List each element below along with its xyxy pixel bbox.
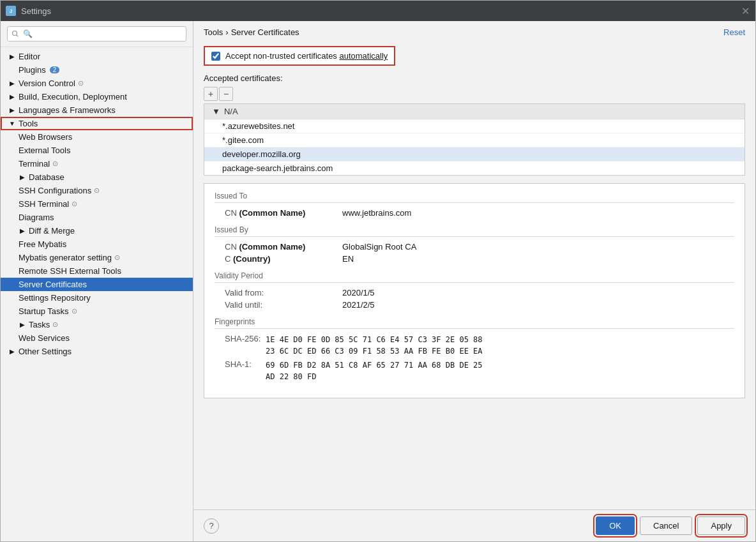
issuer-c-key: C (Country) (215, 254, 342, 264)
sidebar-item-server-certs[interactable]: Server Certificates (1, 278, 193, 291)
arrow-icon: ▼ (8, 120, 16, 128)
window-title: Settings (21, 6, 740, 16)
settings-window: J Settings ✕ ▶ Editor Plugins 2 (0, 0, 756, 542)
sidebar-item-tools[interactable]: ▼ Tools (1, 117, 193, 130)
arrow-icon: ▶ (19, 321, 26, 329)
svg-text:J: J (10, 8, 12, 14)
help-button[interactable]: ? (204, 518, 219, 534)
arrow-icon: ▶ (8, 348, 16, 356)
sidebar-item-free-mybatis[interactable]: Free Mybatis (1, 237, 193, 251)
sidebar-item-ssh-terminal[interactable]: SSH Terminal ⊙ (1, 197, 193, 211)
sha1-value: 69 6D FB D2 8A 51 C8 AF 65 27 71 AA 68 D… (266, 359, 483, 382)
validity-section: Validity Period Valid from: 2020/1/5 Val… (215, 271, 734, 311)
search-box (1, 21, 193, 47)
sync-icon: ⊙ (72, 307, 77, 315)
sidebar-item-label: Tasks (29, 320, 50, 329)
sidebar-item-version-control[interactable]: ▶ Version Control ⊙ (1, 77, 193, 90)
sidebar-item-label: Startup Tasks (19, 306, 69, 316)
auto-accept-label: Accept non-trusted certificates automati… (225, 51, 388, 61)
sidebar-item-label: Terminal (19, 159, 50, 169)
sidebar-item-web-services[interactable]: Web Services (1, 331, 193, 345)
sha256-row: SHA-256: 1E 4E D0 FE 0D 85 5C 71 C6 E4 5… (215, 333, 734, 358)
sidebar-item-diagrams[interactable]: Diagrams (1, 211, 193, 224)
sidebar-item-label: Diagrams (19, 213, 54, 222)
collapse-arrow-icon[interactable]: ▼ (212, 107, 220, 116)
sidebar-item-mybatis-gen[interactable]: Mybatis generator setting ⊙ (1, 251, 193, 264)
cert-item[interactable]: *.gitee.com (204, 133, 745, 147)
sidebar-item-diff-merge[interactable]: ▶ Diff & Merge (1, 224, 193, 237)
sidebar-item-label: SSH Terminal (19, 199, 69, 209)
accepted-certs-label: Accepted certificates: (204, 73, 745, 83)
sha1-key: SHA-1: (215, 359, 266, 369)
cert-item[interactable]: package-search.jetbrains.com (204, 162, 745, 175)
sidebar-item-web-browsers[interactable]: Web Browsers (1, 130, 193, 144)
cert-toolbar: + − (204, 87, 745, 101)
search-input[interactable] (7, 26, 186, 41)
breadcrumb-parent: Tools (204, 27, 223, 37)
sidebar-item-build[interactable]: ▶ Build, Execution, Deployment (1, 90, 193, 103)
sha1-line1: 69 6D FB D2 8A 51 C8 AF 65 27 71 AA 68 D… (266, 361, 483, 370)
breadcrumb-sep: › (225, 27, 228, 37)
ok-button[interactable]: OK (596, 516, 635, 535)
sidebar-item-label: Tools (19, 119, 38, 128)
sidebar-item-label: Editor (19, 52, 40, 61)
arrow-icon: ▶ (8, 93, 16, 101)
cert-item[interactable]: developer.mozilla.org (204, 147, 745, 162)
sidebar-item-startup-tasks[interactable]: Startup Tasks ⊙ (1, 305, 193, 318)
sidebar-item-label: Mybatis generator setting (19, 253, 112, 262)
help-area: ? (204, 516, 219, 535)
issued-by-section: Issued By CN (Common Name) GlobalSign Ro… (215, 225, 734, 265)
auto-accept-checkbox[interactable] (211, 52, 220, 61)
breadcrumb-bar: Tools › Server Certificates Reset (193, 21, 755, 41)
sync-icon: ⊙ (72, 200, 77, 208)
cn-value: www.jetbrains.com (342, 208, 411, 218)
cn-row: CN (Common Name) www.jetbrains.com (215, 207, 734, 219)
sidebar-item-label: Version Control (19, 79, 75, 88)
sidebar-item-settings-repo[interactable]: Settings Repository (1, 291, 193, 305)
cn-key: CN (Common Name) (215, 208, 342, 218)
valid-until-key: Valid until: (215, 300, 342, 310)
sync-icon: ⊙ (114, 253, 120, 262)
valid-until-row: Valid until: 2021/2/5 (215, 299, 734, 311)
issued-to-section: Issued To CN (Common Name) www.jetbrains… (215, 192, 734, 219)
issued-to-title: Issued To (215, 192, 734, 203)
sidebar-item-editor[interactable]: ▶ Editor (1, 50, 193, 63)
reset-link[interactable]: Reset (723, 27, 745, 37)
valid-from-key: Valid from: (215, 288, 342, 297)
remove-cert-button[interactable]: − (219, 87, 233, 101)
sidebar-item-label: External Tools (19, 146, 70, 155)
sidebar-item-ssh-config[interactable]: SSH Configurations ⊙ (1, 184, 193, 197)
breadcrumb-current: Server Certificates (231, 27, 299, 37)
apply-button[interactable]: Apply (697, 516, 745, 535)
action-buttons: OK Cancel Apply (596, 516, 745, 535)
add-cert-button[interactable]: + (204, 87, 218, 101)
cancel-button[interactable]: Cancel (640, 516, 692, 535)
sidebar-item-terminal[interactable]: Terminal ⊙ (1, 157, 193, 170)
sync-icon: ⊙ (52, 320, 58, 329)
sidebar-item-remote-ssh[interactable]: Remote SSH External Tools (1, 264, 193, 278)
sha1-line2: AD 22 80 FD (266, 372, 316, 381)
sidebar-item-tasks[interactable]: ▶ Tasks ⊙ (1, 318, 193, 331)
valid-from-value: 2020/1/5 (342, 288, 375, 297)
validity-title: Validity Period (215, 271, 734, 283)
arrow-icon: ▶ (8, 107, 16, 114)
sidebar-item-external-tools[interactable]: External Tools (1, 144, 193, 157)
arrow-icon: ▶ (8, 53, 16, 61)
cert-item[interactable]: *.azurewebsites.net (204, 119, 745, 133)
sidebar-item-label: Diff & Merge (29, 226, 75, 236)
sidebar-item-lang[interactable]: ▶ Languages & Frameworks (1, 103, 193, 117)
issuer-cn-key: CN (Common Name) (215, 242, 342, 252)
issuer-country-row: C (Country) EN (215, 253, 734, 265)
issuer-cn-row: CN (Common Name) GlobalSign Root CA (215, 241, 734, 253)
sidebar-item-database[interactable]: ▶ Database (1, 170, 193, 184)
sidebar-item-plugins[interactable]: Plugins 2 (1, 63, 193, 77)
sha256-line2: 23 6C DC ED 66 C3 09 F1 58 53 AA FB FE B… (266, 347, 483, 356)
sidebar-item-label: Plugins (19, 65, 46, 75)
sidebar-item-label: Web Browsers (19, 132, 72, 142)
panel-content: Accept non-trusted certificates automati… (193, 41, 755, 509)
sidebar-tree: ▶ Editor Plugins 2 ▶ Version Control ⊙ (1, 47, 193, 541)
sidebar-item-other-settings[interactable]: ▶ Other Settings (1, 345, 193, 358)
sidebar-item-label: Other Settings (19, 347, 72, 356)
close-button[interactable]: ✕ (740, 6, 750, 16)
auto-accept-checkbox-box: Accept non-trusted certificates automati… (204, 46, 395, 66)
